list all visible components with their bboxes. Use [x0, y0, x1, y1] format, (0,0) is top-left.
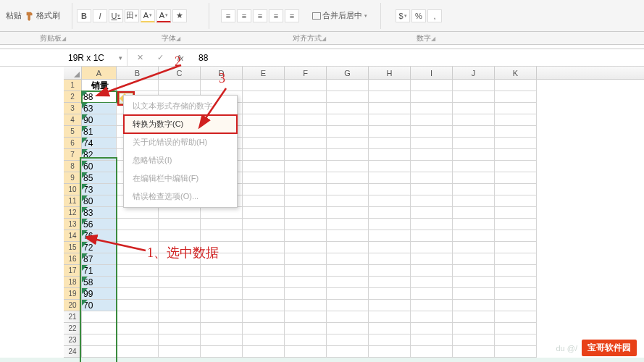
- cell[interactable]: [411, 311, 453, 323]
- cell[interactable]: [243, 126, 285, 138]
- row-header[interactable]: 13: [64, 219, 82, 230]
- cell[interactable]: 74: [82, 138, 117, 149]
- cell[interactable]: [243, 265, 285, 277]
- cell[interactable]: [285, 126, 327, 138]
- cell[interactable]: 销量: [82, 80, 117, 91]
- cell[interactable]: [327, 161, 369, 172]
- cell[interactable]: [159, 346, 201, 358]
- cell[interactable]: [369, 253, 411, 265]
- cell[interactable]: [243, 219, 285, 230]
- cell[interactable]: [285, 219, 327, 230]
- cell[interactable]: [495, 114, 537, 126]
- select-all-corner[interactable]: [64, 67, 82, 79]
- cell[interactable]: [411, 334, 453, 346]
- cell[interactable]: [411, 114, 453, 126]
- cancel-edit-button[interactable]: ✕: [133, 51, 146, 64]
- cell[interactable]: [243, 346, 285, 358]
- cell[interactable]: [285, 323, 327, 334]
- cell[interactable]: [327, 80, 369, 91]
- cell[interactable]: [327, 230, 369, 242]
- cell[interactable]: [327, 103, 369, 114]
- cell[interactable]: [495, 242, 537, 253]
- cell[interactable]: [369, 265, 411, 277]
- cell[interactable]: [117, 207, 159, 219]
- menu-convert-to-number[interactable]: 转换为数字(C): [124, 115, 237, 133]
- cell[interactable]: [117, 323, 159, 334]
- cell[interactable]: [369, 138, 411, 149]
- column-header-G[interactable]: G: [327, 67, 369, 79]
- cell[interactable]: 76: [82, 230, 117, 242]
- cell[interactable]: [453, 242, 495, 253]
- spreadsheet-grid[interactable]: ABCDEFGHIJK !▾ ▦ 1销量28836349058167478286…: [0, 67, 644, 358]
- cell[interactable]: [369, 184, 411, 195]
- cell[interactable]: [159, 230, 201, 242]
- cell[interactable]: [327, 346, 369, 358]
- cell[interactable]: [285, 300, 327, 311]
- cell[interactable]: [159, 265, 201, 277]
- cell[interactable]: [243, 161, 285, 172]
- cell[interactable]: [369, 334, 411, 346]
- cell[interactable]: [327, 323, 369, 334]
- cell[interactable]: [453, 172, 495, 184]
- cell[interactable]: [243, 114, 285, 126]
- row-header[interactable]: 21: [64, 311, 82, 323]
- cell[interactable]: [327, 219, 369, 230]
- cell[interactable]: [327, 253, 369, 265]
- column-header-J[interactable]: J: [453, 67, 495, 79]
- format-painter-button[interactable]: 格式刷: [25, 10, 60, 21]
- merge-center-button[interactable]: 合并后居中▾: [309, 9, 370, 22]
- cell[interactable]: [243, 334, 285, 346]
- name-box[interactable]: 19R x 1C▾: [64, 49, 127, 66]
- cell[interactable]: 71: [82, 265, 117, 277]
- column-header-D[interactable]: D: [201, 67, 243, 79]
- cell[interactable]: [159, 311, 201, 323]
- cell[interactable]: [327, 114, 369, 126]
- row-header[interactable]: 10: [64, 184, 82, 195]
- cell[interactable]: [453, 149, 495, 161]
- cell[interactable]: [495, 300, 537, 311]
- cell[interactable]: [117, 242, 159, 253]
- cell[interactable]: [495, 288, 537, 300]
- cell[interactable]: [495, 103, 537, 114]
- cell[interactable]: 82: [82, 149, 117, 161]
- cell[interactable]: [201, 334, 243, 346]
- cell[interactable]: [159, 277, 201, 288]
- cell[interactable]: [495, 323, 537, 334]
- cell[interactable]: [159, 300, 201, 311]
- cell[interactable]: [453, 346, 495, 358]
- cell[interactable]: [453, 126, 495, 138]
- cell[interactable]: [82, 346, 117, 358]
- row-header[interactable]: 3: [64, 103, 82, 114]
- cell[interactable]: [495, 207, 537, 219]
- row-header[interactable]: 14: [64, 230, 82, 242]
- cell[interactable]: [453, 114, 495, 126]
- cell[interactable]: [243, 253, 285, 265]
- cell[interactable]: [243, 207, 285, 219]
- row-header[interactable]: 22: [64, 323, 82, 334]
- row-header[interactable]: 15: [64, 242, 82, 253]
- menu-help[interactable]: 关于此错误的帮助(H): [124, 133, 237, 151]
- cell[interactable]: [495, 334, 537, 346]
- cell[interactable]: 88: [82, 91, 117, 103]
- cell[interactable]: [117, 219, 159, 230]
- cell[interactable]: [453, 277, 495, 288]
- cell[interactable]: [453, 138, 495, 149]
- underline-button[interactable]: U▾: [109, 9, 123, 22]
- cell[interactable]: [369, 277, 411, 288]
- cell[interactable]: [201, 242, 243, 253]
- cell[interactable]: [369, 219, 411, 230]
- cell[interactable]: [243, 277, 285, 288]
- cell[interactable]: [243, 288, 285, 300]
- cell[interactable]: [495, 161, 537, 172]
- cell[interactable]: [369, 242, 411, 253]
- cell[interactable]: [159, 207, 201, 219]
- cell[interactable]: [117, 334, 159, 346]
- cell[interactable]: [369, 80, 411, 91]
- cell[interactable]: [285, 138, 327, 149]
- cell[interactable]: [411, 323, 453, 334]
- cell[interactable]: [411, 300, 453, 311]
- column-header-H[interactable]: H: [369, 67, 411, 79]
- cell[interactable]: [285, 195, 327, 207]
- cell[interactable]: [369, 323, 411, 334]
- cell[interactable]: [201, 230, 243, 242]
